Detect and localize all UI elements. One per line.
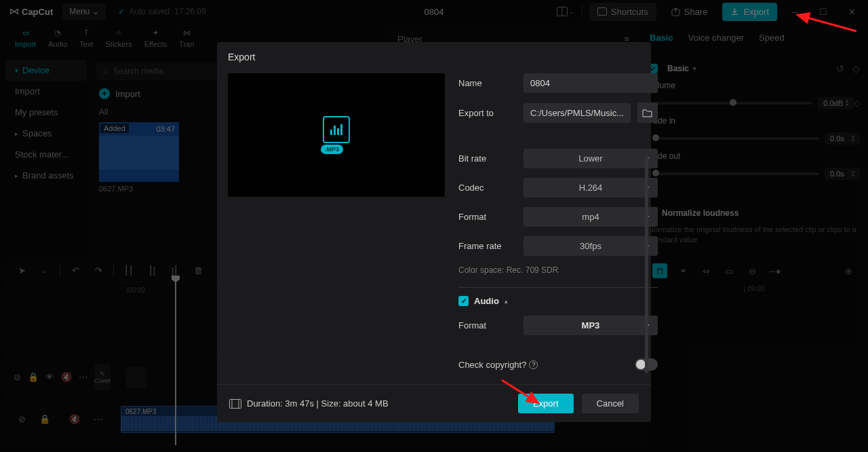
- framerate-select[interactable]: 30fps: [524, 236, 658, 256]
- folder-icon: [642, 109, 652, 117]
- info-icon[interactable]: ?: [529, 360, 538, 369]
- svg-rect-4: [230, 399, 241, 408]
- export-to-label: Export to: [458, 108, 517, 118]
- bitrate-label: Bit rate: [458, 153, 517, 164]
- export-confirm-button[interactable]: Export: [518, 394, 574, 413]
- codec-select[interactable]: H.264: [524, 178, 658, 197]
- format-select[interactable]: mp4: [524, 207, 658, 227]
- mp3-file-icon: .MP3: [321, 116, 352, 154]
- browse-folder-button[interactable]: [637, 102, 658, 123]
- export-preview: .MP3: [228, 73, 445, 197]
- export-modal: Export .MP3 Name Export to C:/Users/PMLS…: [217, 42, 651, 422]
- cancel-button[interactable]: Cancel: [582, 394, 639, 413]
- bitrate-select[interactable]: Lower: [524, 149, 658, 168]
- film-icon: [229, 399, 241, 409]
- modal-title: Export: [217, 42, 651, 68]
- colorspace-note: Color space: Rec. 709 SDR: [458, 265, 658, 275]
- framerate-label: Frame rate: [458, 241, 517, 251]
- checkbox-on-icon[interactable]: ✓: [458, 296, 469, 306]
- name-input[interactable]: [524, 73, 658, 93]
- export-info: Duration: 3m 47s | Size: about 4 MB: [247, 398, 389, 409]
- scrollbar[interactable]: [645, 156, 648, 373]
- format-label: Format: [458, 212, 517, 222]
- name-label: Name: [458, 78, 517, 88]
- audio-section-header[interactable]: ✓ Audio ▴: [458, 296, 658, 306]
- mp3-tag: .MP3: [321, 145, 343, 154]
- divider: [458, 287, 658, 288]
- audio-format-select[interactable]: MP3: [524, 316, 658, 335]
- export-path[interactable]: C:/Users/PMLS/Music...: [524, 103, 631, 123]
- chevron-up-icon: ▴: [505, 298, 508, 305]
- codec-label: Codec: [458, 183, 517, 193]
- audio-format-label: Format: [458, 320, 517, 331]
- audio-header-label: Audio: [474, 296, 499, 306]
- copyright-label: Check copyright?: [458, 360, 526, 370]
